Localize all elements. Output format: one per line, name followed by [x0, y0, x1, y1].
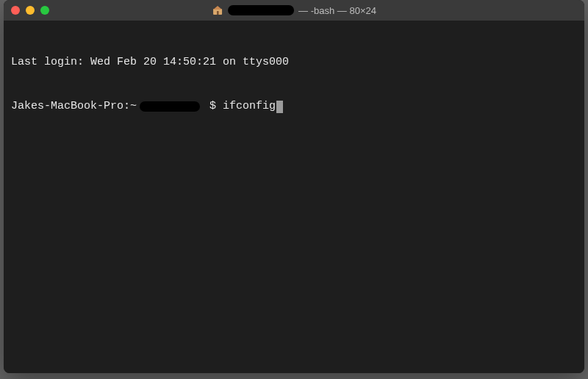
title-redacted-segment — [228, 5, 294, 15]
command-input[interactable]: ifconfig — [223, 99, 276, 114]
close-button[interactable] — [11, 6, 20, 15]
svg-marker-1 — [213, 6, 222, 10]
prompt-symbol: $ — [203, 99, 223, 114]
window-title: — -bash — 80×24 — [212, 4, 376, 16]
home-folder-icon — [212, 4, 223, 16]
title-bar[interactable]: — -bash — 80×24 — [4, 0, 584, 21]
minimize-button[interactable] — [26, 6, 35, 15]
last-login-line: Last login: Wed Feb 20 14:50:21 on ttys0… — [11, 55, 577, 70]
cursor — [276, 101, 283, 113]
traffic-lights — [11, 6, 49, 15]
maximize-button[interactable] — [40, 6, 49, 15]
prompt-host: Jakes-MacBook-Pro:~ — [11, 99, 137, 114]
prompt-redacted-segment — [140, 101, 200, 112]
svg-rect-2 — [217, 11, 219, 15]
window-title-text: — -bash — 80×24 — [298, 5, 376, 16]
prompt-line: Jakes-MacBook-Pro:~ $ ifconfig — [11, 99, 577, 114]
terminal-body[interactable]: Last login: Wed Feb 20 14:50:21 on ttys0… — [4, 21, 584, 373]
terminal-window: — -bash — 80×24 Last login: Wed Feb 20 1… — [4, 0, 584, 373]
